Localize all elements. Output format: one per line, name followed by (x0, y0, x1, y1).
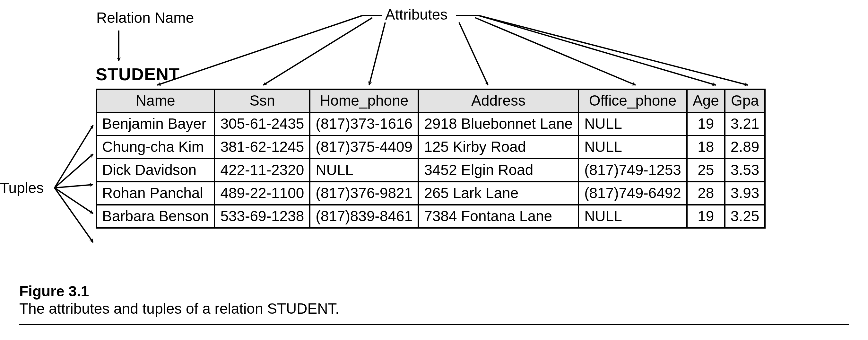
cell-ssn: 381-62-1245 (214, 135, 310, 159)
cell-address: 2918 Bluebonnet Lane (418, 112, 579, 135)
col-age: Age (687, 89, 725, 112)
cell-ssn: 533-69-1238 (214, 205, 310, 228)
cell-age: 25 (687, 159, 725, 182)
arrow-tuple-4 (55, 188, 93, 214)
figure-3-1: Relation Name Attributes Tuples STUDENT … (0, 0, 868, 340)
arrow-tuple-1 (55, 125, 93, 188)
cell-home-phone: NULL (310, 159, 418, 182)
col-name: Name (96, 89, 214, 112)
col-gpa: Gpa (725, 89, 765, 112)
cell-address: 3452 Elgin Road (418, 159, 579, 182)
arrow-tuple-3 (55, 185, 93, 188)
figure-caption: Figure 3.1 The attributes and tuples of … (19, 282, 339, 317)
cell-home-phone: (817)373-1616 (310, 112, 418, 135)
cell-home-phone: (817)376-9821 (310, 182, 418, 205)
student-table: Name Ssn Home_phone Address Office_phone… (96, 89, 766, 228)
cell-office-phone: (817)749-6492 (579, 182, 687, 205)
arrow-attr-gpa (478, 16, 748, 85)
cell-ssn: 489-22-1100 (214, 182, 310, 205)
col-office-phone: Office_phone (579, 89, 687, 112)
cell-age: 19 (687, 112, 725, 135)
cell-gpa: 3.25 (725, 205, 765, 228)
figure-number: Figure 3.1 (19, 283, 89, 300)
cell-age: 28 (687, 182, 725, 205)
col-address: Address (418, 89, 579, 112)
col-home-phone: Home_phone (310, 89, 418, 112)
cell-name: Chung-cha Kim (96, 135, 214, 159)
cell-name: Dick Davidson (96, 159, 214, 182)
arrow-tuple-5 (55, 188, 93, 242)
cell-office-phone: NULL (579, 135, 687, 159)
table-row: Barbara Benson 533-69-1238 (817)839-8461… (96, 205, 765, 228)
table-row: Benjamin Bayer 305-61-2435 (817)373-1616… (96, 112, 765, 135)
col-ssn: Ssn (214, 89, 310, 112)
arrow-attr-age (478, 16, 716, 85)
cell-office-phone: NULL (579, 112, 687, 135)
cell-gpa: 3.53 (725, 159, 765, 182)
bottom-rule (19, 324, 849, 325)
cell-age: 18 (687, 135, 725, 159)
relation-name-label: Relation Name (96, 10, 194, 26)
arrow-attr-address (459, 23, 488, 85)
cell-home-phone: (817)839-8461 (310, 205, 418, 228)
cell-office-phone: NULL (579, 205, 687, 228)
cell-ssn: 305-61-2435 (214, 112, 310, 135)
cell-address: 125 Kirby Road (418, 135, 579, 159)
cell-address: 7384 Fontana Lane (418, 205, 579, 228)
cell-gpa: 3.93 (725, 182, 765, 205)
cell-ssn: 422-11-2320 (214, 159, 310, 182)
attributes-label: Attributes (385, 6, 447, 23)
cell-gpa: 3.21 (725, 112, 765, 135)
cell-name: Barbara Benson (96, 205, 214, 228)
cell-home-phone: (817)375-4409 (310, 135, 418, 159)
figure-text: The attributes and tuples of a relation … (19, 300, 339, 317)
cell-name: Rohan Panchal (96, 182, 214, 205)
table-row: Dick Davidson 422-11-2320 NULL 3452 Elgi… (96, 159, 765, 182)
cell-address: 265 Lark Lane (418, 182, 579, 205)
arrow-tuple-2 (55, 154, 93, 188)
tuples-label: Tuples (0, 180, 44, 196)
cell-age: 19 (687, 205, 725, 228)
cell-name: Benjamin Bayer (96, 112, 214, 135)
arrow-attr-office-phone (475, 18, 636, 85)
arrow-attr-home-phone (369, 23, 385, 85)
header-row: Name Ssn Home_phone Address Office_phone… (96, 89, 765, 112)
relation-title: STUDENT (96, 64, 180, 84)
cell-office-phone: (817)749-1253 (579, 159, 687, 182)
cell-gpa: 2.89 (725, 135, 765, 159)
arrow-attr-ssn (263, 18, 372, 85)
table-row: Rohan Panchal 489-22-1100 (817)376-9821 … (96, 182, 765, 205)
table-row: Chung-cha Kim 381-62-1245 (817)375-4409 … (96, 135, 765, 159)
